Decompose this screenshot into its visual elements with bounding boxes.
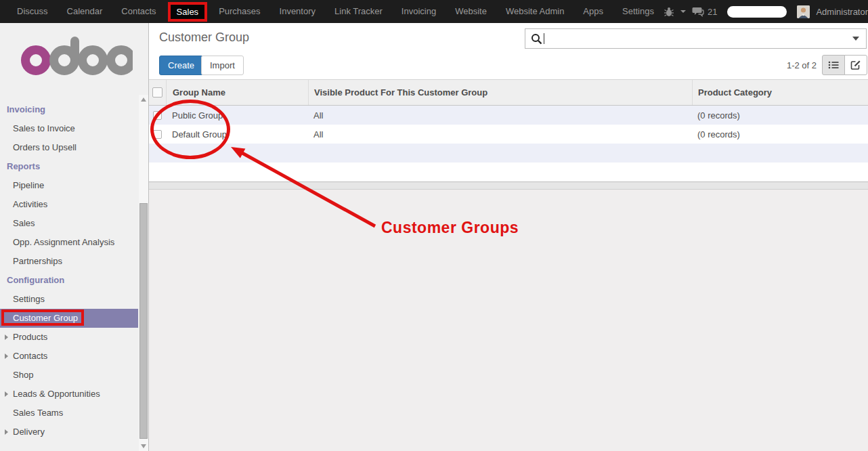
chat-bubbles-icon[interactable] bbox=[692, 6, 704, 17]
search-options-caret-icon[interactable] bbox=[852, 37, 859, 41]
row-checkbox[interactable] bbox=[153, 130, 162, 139]
progress-indicator bbox=[727, 6, 787, 18]
user-avatar[interactable] bbox=[797, 5, 810, 18]
sidebar-item-settings[interactable]: Settings bbox=[0, 290, 138, 309]
sidebar-item-label: Contacts bbox=[13, 351, 47, 361]
scroll-down-icon[interactable] bbox=[141, 444, 146, 448]
chevron-right-icon bbox=[5, 353, 8, 359]
form-view-button[interactable] bbox=[844, 55, 867, 75]
select-all-checkbox[interactable] bbox=[152, 87, 162, 98]
cell-visible-product: All bbox=[308, 129, 692, 139]
sidebar: Invoicing Sales to Invoice Orders to Ups… bbox=[0, 23, 149, 451]
sidebar-item-sales-teams[interactable]: Sales Teams bbox=[0, 404, 138, 423]
column-header-group-name[interactable]: Group Name bbox=[166, 80, 308, 105]
import-button[interactable]: Import bbox=[201, 56, 244, 75]
nav-item-sales[interactable]: Sales bbox=[168, 2, 208, 22]
pager-label: 1-2 of 2 bbox=[787, 60, 817, 70]
column-header-product-category[interactable]: Product Category bbox=[692, 80, 868, 105]
list-icon bbox=[828, 60, 839, 70]
nav-item-discuss[interactable]: Discuss bbox=[7, 0, 58, 23]
sidebar-item-delivery[interactable]: Delivery bbox=[0, 423, 138, 442]
odoo-logo bbox=[18, 35, 133, 79]
nav-item-website-admin[interactable]: Website Admin bbox=[496, 0, 573, 23]
cell-group-name: Public Group bbox=[166, 110, 308, 121]
sidebar-item-pipeline[interactable]: Pipeline bbox=[0, 176, 138, 195]
table-footer-strip bbox=[149, 181, 868, 190]
magnifier-icon bbox=[531, 33, 542, 45]
current-user-label[interactable]: Administrator (braintree) bbox=[816, 7, 868, 17]
sidebar-item-opp-assignment-analysis[interactable]: Opp. Assignment Analysis bbox=[0, 233, 138, 252]
app-menu: Discuss Calendar Contacts Sales Purchase… bbox=[7, 0, 664, 23]
sidebar-item-label: Leads & Opportunities bbox=[13, 389, 100, 399]
customer-group-list: Group Name Visible Product For This Cust… bbox=[149, 80, 868, 190]
control-panel: Customer Group Create Import 1-2 of 2 bbox=[149, 23, 868, 80]
sidebar-item-products[interactable]: Products bbox=[0, 328, 138, 347]
scrollbar-thumb[interactable] bbox=[139, 203, 148, 439]
chevron-right-icon bbox=[5, 391, 8, 397]
nav-item-calendar[interactable]: Calendar bbox=[58, 0, 112, 23]
nav-item-contacts[interactable]: Contacts bbox=[112, 0, 165, 23]
sidebar-item-label: Delivery bbox=[13, 427, 45, 437]
sidebar-item-customer-group[interactable]: Customer Group bbox=[0, 309, 138, 328]
message-count-badge[interactable]: 21 bbox=[708, 7, 717, 17]
sidebar-section-reports: Reports bbox=[0, 157, 138, 176]
empty-row bbox=[149, 163, 868, 181]
search-input[interactable] bbox=[544, 29, 852, 48]
chevron-right-icon bbox=[5, 335, 8, 340]
annotation-label: Customer Groups bbox=[381, 219, 519, 237]
list-view-button[interactable] bbox=[822, 55, 845, 75]
cell-product-category: (0 records) bbox=[692, 129, 868, 139]
table-row[interactable]: Default Group All (0 records) bbox=[149, 125, 868, 144]
sidebar-item-orders-to-upsell[interactable]: Orders to Upsell bbox=[0, 138, 138, 157]
bug-icon[interactable] bbox=[664, 6, 674, 17]
sidebar-item-contacts[interactable]: Contacts bbox=[0, 347, 138, 366]
nav-item-invoicing[interactable]: Invoicing bbox=[392, 0, 446, 23]
table-header-row: Group Name Visible Product For This Cust… bbox=[149, 80, 868, 106]
row-checkbox[interactable] bbox=[153, 111, 162, 120]
sidebar-item-label: Products bbox=[13, 332, 47, 342]
nav-item-purchases[interactable]: Purchases bbox=[209, 0, 269, 23]
page-title: Customer Group bbox=[159, 30, 249, 45]
sidebar-item-activities[interactable]: Activities bbox=[0, 195, 138, 214]
create-button[interactable]: Create bbox=[159, 56, 203, 75]
cell-group-name: Default Group bbox=[166, 129, 308, 139]
sidebar-item-leads-opportunities[interactable]: Leads & Opportunities bbox=[0, 385, 138, 404]
search-box bbox=[525, 28, 867, 49]
sidebar-scrollbar[interactable] bbox=[139, 95, 148, 451]
sidebar-section-invoicing: Invoicing bbox=[0, 100, 138, 119]
nav-item-inventory[interactable]: Inventory bbox=[270, 0, 325, 23]
pager-and-view-switcher: 1-2 of 2 bbox=[787, 55, 867, 75]
sidebar-item-sales[interactable]: Sales bbox=[0, 214, 138, 233]
cell-product-category: (0 records) bbox=[692, 110, 868, 121]
nav-item-link-tracker[interactable]: Link Tracker bbox=[325, 0, 392, 23]
caret-down-icon[interactable] bbox=[680, 10, 686, 13]
topbar-status-area: 21 Administrator (braintree) bbox=[664, 5, 868, 18]
edit-square-icon bbox=[850, 60, 861, 70]
empty-row bbox=[149, 144, 868, 163]
chevron-right-icon bbox=[5, 429, 8, 435]
cell-visible-product: All bbox=[308, 110, 692, 121]
top-navigation-bar: Discuss Calendar Contacts Sales Purchase… bbox=[0, 0, 868, 23]
column-header-visible-product[interactable]: Visible Product For This Customer Group bbox=[308, 80, 692, 105]
sidebar-item-sales-to-invoice[interactable]: Sales to Invoice bbox=[0, 119, 138, 138]
scroll-up-icon[interactable] bbox=[141, 98, 146, 102]
sidebar-section-configuration: Configuration bbox=[0, 271, 138, 290]
sidebar-menu: Invoicing Sales to Invoice Orders to Ups… bbox=[0, 100, 138, 442]
nav-item-settings[interactable]: Settings bbox=[613, 0, 664, 23]
sidebar-item-shop[interactable]: Shop bbox=[0, 366, 138, 385]
sidebar-item-partnerships[interactable]: Partnerships bbox=[0, 252, 138, 271]
table-row[interactable]: Public Group All (0 records) bbox=[149, 106, 868, 125]
nav-item-website[interactable]: Website bbox=[446, 0, 496, 23]
nav-item-apps[interactable]: Apps bbox=[573, 0, 613, 23]
